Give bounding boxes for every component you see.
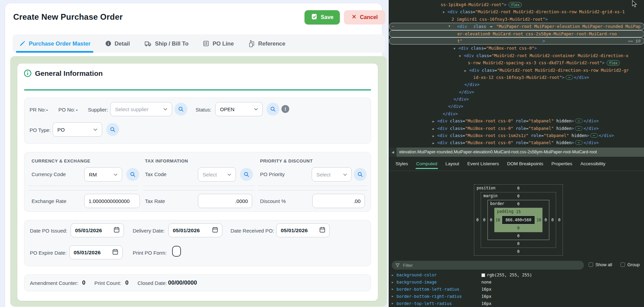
devtools-tree-node[interactable]: ss-1pi8xg4-MuiGrid2-root">flex [389, 1, 644, 8]
delivery-date-input[interactable]: 05/01/2026 [168, 223, 222, 237]
group-checkbox[interactable]: Group [621, 262, 640, 267]
expand-node-icon[interactable]: ⋯ [590, 133, 598, 138]
exchange-rate-input[interactable]: 1.0000000000000 [84, 194, 140, 208]
tree-text: ▶ [433, 118, 437, 125]
dotted-divider [258, 186, 367, 186]
color-swatch[interactable] [481, 273, 485, 277]
computed-property-row[interactable]: ▶border-bottom-left-radius16px [389, 286, 644, 293]
devtools-tree-node[interactable]: s-row MuiGrid2-spacing-xs-3 css-dkd71f-M… [389, 59, 644, 66]
main-card: Create New Purchase Order Save Cancel Pu… [5, 3, 382, 307]
status-search-button[interactable] [266, 103, 279, 116]
calendar-icon[interactable] [319, 226, 326, 235]
cancel-button[interactable]: Cancel [344, 10, 385, 24]
devtools-tab-computed[interactable]: Computed [412, 157, 441, 171]
devtools-selected-node[interactable]: t"> == $0 [389, 37, 644, 45]
tab-detail[interactable]: Detail [102, 34, 133, 53]
devtools-tab-event-listeners[interactable]: Event Listeners [464, 157, 503, 171]
tax-code-select[interactable]: Select [198, 167, 236, 182]
tree-text: = [463, 118, 465, 123]
devtools-tab-styles[interactable]: Styles [392, 157, 412, 171]
devtools-tree-node[interactable]: ▶<div class="MuiBox-root css-0" role="ta… [389, 139, 644, 146]
tree-text: "MuiGrid2-root MuiGrid2-direction-xs-row… [497, 68, 629, 73]
devtools-tab-properties[interactable]: Properties [548, 157, 576, 171]
devtools-tree-node[interactable]: ▶<div class="MuiBox-root css-0" role="ta… [389, 117, 644, 124]
po-priority-search-button[interactable] [354, 168, 367, 181]
devtools-tab-layout[interactable]: Layout [442, 157, 463, 171]
currency-code-select[interactable]: RM [84, 167, 122, 182]
tree-text: </div> [599, 133, 614, 138]
save-button[interactable]: Save [305, 10, 340, 24]
computed-property-row[interactable]: ▶background-imagenone [389, 279, 644, 286]
po-expire-value: 05/01/2026 [74, 250, 101, 256]
devtools-tree-node[interactable]: </div> [389, 110, 644, 117]
tab-po-line[interactable]: PO Line [200, 34, 236, 53]
node-more-actions-icon[interactable]: ⋯ [392, 23, 394, 30]
currency-search-button[interactable] [126, 168, 139, 181]
calendar-icon[interactable] [113, 226, 120, 235]
tab-purchase-order-master[interactable]: Purchase Order Master [16, 34, 93, 53]
border-bottom-value: 0 [488, 232, 549, 240]
tax-rate-input[interactable]: .0000 [198, 194, 252, 208]
tab-ship-bill-to[interactable]: Ship / Bill To [142, 34, 191, 53]
breadcrumb[interactable]: elevation.MuiPaper-rounded.MuiPaper-elev… [397, 148, 644, 157]
expand-node-icon[interactable]: ⋯ [575, 126, 583, 131]
expand-node-icon[interactable]: ⋯ [575, 119, 583, 123]
date-po-issued-input[interactable]: 05/01/2026 [71, 223, 124, 237]
po-type-select[interactable]: PO [53, 122, 102, 137]
expand-arrow-icon[interactable]: ▶ [392, 295, 397, 298]
expand-arrow-icon[interactable]: ▶ [392, 281, 397, 284]
supplier-search-button[interactable] [174, 103, 187, 116]
status-select[interactable]: OPEN [215, 102, 263, 116]
devtools-selected-node[interactable]: ⋯▼<div class="MuiPaper-root MuiPaper-ele… [389, 23, 644, 30]
po-type-search-button[interactable] [106, 123, 119, 136]
po-priority-select[interactable]: Select [312, 167, 352, 182]
tab-reference[interactable]: Reference [245, 34, 288, 53]
devtools-tree-node[interactable]: </div> [389, 96, 644, 103]
devtools-tree-node[interactable]: ▼<div class="MuiBox-root css-0"> [389, 45, 644, 52]
devtools-tree-node[interactable]: ▼<div class="MuiGrid2-root MuiGrid2-cont… [389, 52, 644, 59]
devtools-tab-accessibility[interactable]: Accessibility [577, 157, 609, 171]
devtools-tree-node[interactable]: </div> [389, 88, 644, 96]
breadcrumb-back-icon[interactable]: ◀ [389, 148, 397, 157]
devtools-tree-node[interactable]: id-xs-12 css-16fnxy3-MuiGrid2-root">⋯</d… [389, 74, 644, 81]
devtools-tab-dom-breakpoints[interactable]: DOM Breakpoints [503, 157, 547, 171]
computed-property-row[interactable]: ▶background-colorrgb(255, 255, 255) [389, 272, 644, 279]
computed-property-row[interactable]: ▶border-bottom-right-radius16px [389, 293, 644, 300]
devtools-tree-node[interactable]: ▶<div class="MuiGrid2-root MuiGrid2-dire… [389, 67, 644, 74]
flex-badge[interactable]: flex [607, 60, 620, 66]
flex-badge[interactable]: flex [509, 2, 522, 7]
filter-input[interactable]: Filter [392, 261, 584, 270]
group-header: TAX INFORMATION [145, 158, 188, 164]
devtools-tree-node[interactable]: 2 imgGird1 css-16fnxy3-MuiGrid2-root"> [389, 16, 644, 23]
print-po-form-checkbox[interactable] [172, 246, 181, 257]
screenshot-root: Create New Purchase Order Save Cancel Pu… [0, 0, 644, 307]
expand-arrow-icon[interactable]: ▶ [392, 302, 397, 305]
tax-code-search-button[interactable] [240, 168, 253, 181]
expand-node-icon[interactable]: ⋯ [566, 75, 573, 80]
tree-text: <div [447, 9, 458, 14]
computed-property-row[interactable]: ▶border-top-left-radius16px [389, 300, 644, 307]
calendar-icon[interactable] [211, 226, 219, 235]
date-received-input[interactable]: 05/01/2026 [276, 223, 330, 237]
padding-left-value: 16 [495, 216, 501, 224]
tree-text: "MuiBox-root css-0" [465, 140, 513, 145]
expand-arrow-icon[interactable]: ▶ [392, 288, 397, 291]
devtools-tree-node[interactable]: ▶<div class="MuiBox-root css-0" role="ta… [389, 125, 644, 132]
checkbox-icon[interactable] [589, 262, 593, 267]
devtools-tree-node[interactable]: ▼<div class="MuiGrid2-root MuiGrid2-dire… [389, 8, 644, 15]
devtools-tree-node[interactable]: </div> [389, 81, 644, 88]
devtools-tree-node[interactable]: </div> [389, 103, 644, 110]
po-expire-input[interactable]: 05/01/2026 [69, 245, 123, 259]
tree-text: > [571, 118, 574, 123]
discount-input[interactable]: .00 [312, 194, 365, 208]
expand-node-icon[interactable]: ⋯ [575, 140, 583, 145]
supplier-select[interactable]: Select supplier [110, 102, 172, 116]
checkbox-icon[interactable] [621, 262, 625, 267]
expand-arrow-icon[interactable]: ▶ [392, 274, 397, 277]
tab-label: Reference [258, 40, 286, 47]
page-title: Create New Purchase Order [13, 12, 123, 22]
devtools-selected-node[interactable]: er-elevation0 MuiCard-root css-2s58ym-Mu… [389, 30, 644, 37]
calendar-icon[interactable] [112, 248, 119, 257]
devtools-tree-node[interactable]: ▶<div class="MuiBox-root css-1sm2s1z" ro… [389, 132, 644, 139]
show-all-checkbox[interactable]: Show all [589, 262, 612, 267]
